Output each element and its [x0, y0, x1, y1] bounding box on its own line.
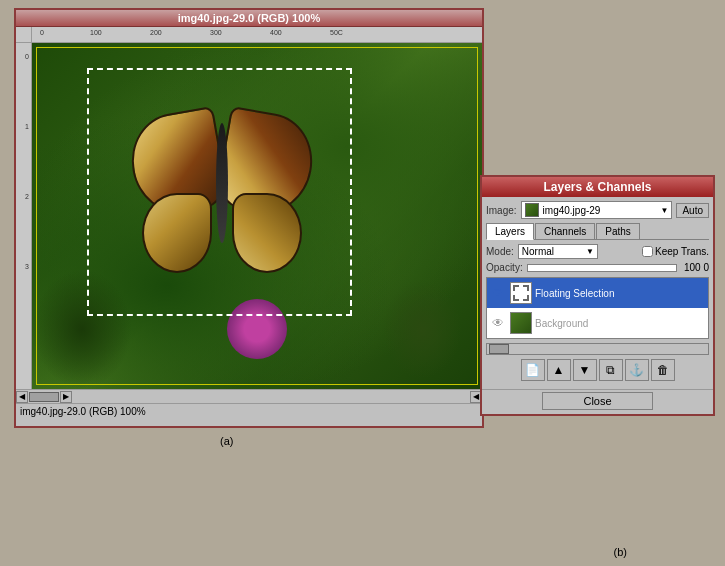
layer-name-background: Background: [535, 318, 706, 329]
anchor-btn[interactable]: ⚓: [625, 359, 649, 381]
status-text: img40.jpg-29.0 (RGB) 100%: [20, 406, 146, 417]
layer-item-background[interactable]: 👁 Background: [487, 308, 708, 338]
close-btn-row: Close: [482, 389, 713, 414]
thistle: [227, 299, 287, 359]
layer-thumb-floating: [510, 282, 532, 304]
ruler-left: www.fws.gov/i9nctc/endang/lig/imgipg/img…: [16, 43, 32, 389]
keep-trans-check[interactable]: Keep Trans.: [642, 246, 709, 257]
move-up-btn[interactable]: ▲: [547, 359, 571, 381]
layer-list: 👁 Floating Selection 👁 Background: [486, 277, 709, 339]
scroll-right-btn[interactable]: ▶: [60, 391, 72, 403]
mode-dropdown[interactable]: Normal ▼: [518, 244, 598, 259]
auto-button[interactable]: Auto: [676, 203, 709, 218]
visibility-icon-floating[interactable]: 👁: [489, 284, 507, 302]
tabs-row: Layers Channels Paths: [486, 223, 709, 240]
move-down-btn[interactable]: ▼: [573, 359, 597, 381]
new-layer-btn[interactable]: 📄: [521, 359, 545, 381]
scrollbar-horizontal[interactable]: ◀ ▶ ◀: [16, 389, 482, 403]
mode-label: Mode:: [486, 246, 514, 257]
opacity-value: 100 0: [681, 262, 709, 273]
window-label-a: (a): [220, 435, 233, 447]
ruler-top: 0 100 200 300 400 50C: [32, 27, 482, 43]
image-window: img40.jpg-29.0 (RGB) 100% 0 100 200 300 …: [14, 8, 484, 428]
canvas-area: [32, 43, 482, 389]
dropdown-arrow-icon: ▼: [661, 206, 669, 215]
tab-channels[interactable]: Channels: [535, 223, 595, 239]
opacity-slider[interactable]: [527, 264, 677, 272]
keep-trans-label: Keep Trans.: [655, 246, 709, 257]
layer-item-floating[interactable]: 👁 Floating Selection: [487, 278, 708, 308]
panel-label-b: (b): [614, 546, 627, 558]
tab-layers[interactable]: Layers: [486, 223, 534, 240]
status-bar: img40.jpg-29.0 (RGB) 100%: [16, 403, 482, 421]
opacity-row: Opacity: 100 0: [486, 262, 709, 273]
layer-thumb-background: [510, 312, 532, 334]
keep-trans-checkbox[interactable]: [642, 246, 653, 257]
image-name: img40.jpg-29: [543, 205, 601, 216]
visibility-icon-background[interactable]: 👁: [489, 314, 507, 332]
opacity-label: Opacity:: [486, 262, 523, 273]
layers-panel-title: Layers & Channels: [482, 177, 713, 197]
image-dropdown[interactable]: img40.jpg-29 ▼: [521, 201, 673, 219]
image-label: Image:: [486, 205, 517, 216]
layers-scrollbar[interactable]: [486, 343, 709, 355]
mode-value: Normal: [522, 246, 554, 257]
butterfly: [132, 93, 312, 293]
layers-toolbar: 📄 ▲ ▼ ⧉ ⚓ 🗑: [486, 359, 709, 381]
image-window-title: img40.jpg-29.0 (RGB) 100%: [16, 10, 482, 27]
mode-dropdown-arrow-icon: ▼: [586, 247, 594, 256]
duplicate-btn[interactable]: ⧉: [599, 359, 623, 381]
close-button[interactable]: Close: [542, 392, 652, 410]
layer-name-floating: Floating Selection: [535, 288, 706, 299]
image-row: Image: img40.jpg-29 ▼ Auto: [486, 201, 709, 219]
layers-panel: Layers & Channels Image: img40.jpg-29 ▼ …: [480, 175, 715, 416]
image-thumb: [525, 203, 539, 217]
scroll-thumb: [489, 344, 509, 354]
tab-paths[interactable]: Paths: [596, 223, 640, 239]
mode-row: Mode: Normal ▼ Keep Trans.: [486, 244, 709, 259]
delete-btn[interactable]: 🗑: [651, 359, 675, 381]
scroll-left-btn[interactable]: ◀: [16, 391, 28, 403]
